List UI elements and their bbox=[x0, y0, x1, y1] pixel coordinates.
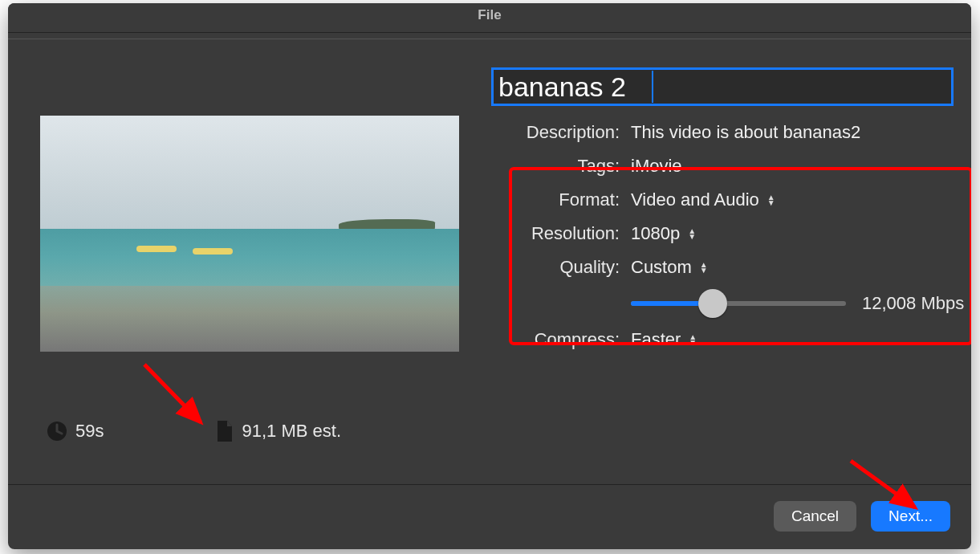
select-quality[interactable]: Custom ▲▼ bbox=[631, 257, 708, 278]
row-compress: Compress: Faster ▲▼ bbox=[491, 323, 966, 356]
label-tags: Tags: bbox=[491, 156, 631, 177]
value-description[interactable]: This video is about bananas2 bbox=[631, 122, 860, 143]
title-value: bananas 2 bbox=[498, 71, 626, 102]
filesize-text: 91,1 MB est. bbox=[242, 421, 341, 442]
stepper-icon: ▲▼ bbox=[688, 228, 696, 239]
divider bbox=[8, 39, 971, 39]
clock-icon bbox=[47, 421, 67, 442]
select-format[interactable]: Video and Audio ▲▼ bbox=[631, 189, 775, 210]
svg-line-1 bbox=[144, 365, 201, 422]
text-caret bbox=[652, 71, 653, 103]
label-compress: Compress: bbox=[491, 329, 631, 350]
title-input[interactable]: bananas 2 bbox=[491, 67, 954, 106]
slider-thumb[interactable] bbox=[698, 289, 727, 318]
row-format: Format: Video and Audio ▲▼ bbox=[491, 183, 966, 217]
stepper-icon: ▲▼ bbox=[700, 262, 708, 273]
row-quality: Quality: Custom ▲▼ bbox=[491, 251, 966, 284]
row-tags: Tags: iMovie bbox=[491, 149, 966, 183]
label-resolution: Resolution: bbox=[491, 223, 631, 244]
preview-info: 59s 91,1 MB est. bbox=[47, 421, 341, 442]
duration-info: 59s bbox=[47, 421, 104, 442]
stepper-icon: ▲▼ bbox=[689, 334, 697, 345]
duration-text: 59s bbox=[75, 421, 104, 442]
label-quality: Quality: bbox=[491, 257, 631, 278]
value-tags[interactable]: iMovie bbox=[631, 156, 682, 177]
row-description: Description: This video is about bananas… bbox=[491, 116, 966, 149]
divider bbox=[8, 484, 971, 485]
select-compress[interactable]: Faster ▲▼ bbox=[631, 329, 697, 350]
next-button[interactable]: Next... bbox=[871, 501, 950, 532]
bitrate-slider[interactable] bbox=[631, 301, 846, 306]
row-bitrate: 12,008 Mbps bbox=[491, 284, 966, 323]
label-description: Description: bbox=[491, 122, 631, 143]
bitrate-value: 12,008 Mbps bbox=[862, 293, 964, 314]
stepper-icon: ▲▼ bbox=[767, 194, 775, 206]
select-resolution[interactable]: 1080p ▲▼ bbox=[631, 223, 696, 244]
footer-buttons: Cancel Next... bbox=[774, 501, 950, 532]
video-preview bbox=[40, 116, 459, 352]
window-title: File bbox=[8, 3, 971, 33]
export-dialog: File 59s 91,1 MB est. bananas 2 De bbox=[8, 3, 971, 549]
label-format: Format: bbox=[491, 189, 631, 210]
row-resolution: Resolution: 1080p ▲▼ bbox=[491, 217, 966, 251]
export-form: Description: This video is about bananas… bbox=[491, 116, 966, 356]
filesize-info: 91,1 MB est. bbox=[216, 421, 341, 442]
cancel-button[interactable]: Cancel bbox=[774, 501, 856, 532]
file-icon bbox=[216, 421, 234, 442]
